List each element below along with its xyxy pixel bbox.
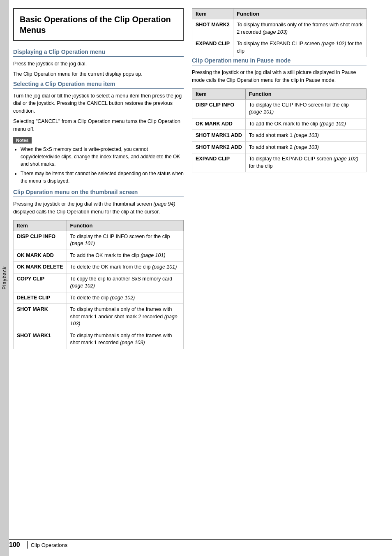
footer-page-number: 100 — [9, 541, 20, 549]
main-title-box: Basic Operations of the Clip Operation M… — [13, 8, 184, 41]
table-row: DELETE CLIPTo delete the clip (page 102) — [14, 292, 184, 304]
table-row: SHOT MARK1 ADDTo add shot mark 1 (page 1… — [192, 130, 367, 142]
cell-func: To display thumbnails only of the frames… — [67, 304, 184, 330]
section1-para1: Press the joystick or the jog dial. — [13, 60, 184, 68]
left-column: Basic Operations of the Clip Operation M… — [13, 8, 190, 548]
cell-func: To display the EXPAND CLIP screen (page … — [233, 38, 367, 57]
cell-item: DISP CLIP INFO — [14, 231, 67, 250]
right-top-col-item: Item — [192, 9, 233, 19]
thumbnail-table: Item Function DISP CLIP INFOTo display t… — [13, 220, 184, 349]
cell-func: To display the CLIP INFO screen for the … — [245, 99, 366, 118]
note-item-2: There may be items that cannot be select… — [21, 170, 184, 185]
cell-func: To delete the OK mark from the clip (pag… — [67, 262, 184, 273]
footer-divider — [27, 541, 28, 549]
table-row: SHOT MARKTo display thumbnails only of t… — [14, 304, 184, 330]
section-selecting: Selecting a Clip Operation menu item Tur… — [13, 81, 184, 185]
page: Playback Basic Operations of the Clip Op… — [0, 0, 392, 556]
cell-item: DELETE CLIP — [14, 292, 67, 304]
cell-func: To delete the clip (page 102) — [67, 292, 184, 304]
pause-col-func: Function — [245, 88, 366, 99]
cell-item: COPY CLIP — [14, 273, 67, 292]
section2-heading: Selecting a Clip Operation menu item — [13, 81, 184, 89]
table-row: DISP CLIP INFOTo display the CLIP INFO s… — [192, 99, 367, 118]
pause-heading: Clip Operation menu in Pause mode — [192, 57, 367, 65]
cell-item: EXPAND CLIP — [192, 153, 246, 172]
table-row: COPY CLIPTo copy the clip to another SxS… — [14, 273, 184, 292]
pause-para: Pressing the joystick or the jog dial wi… — [192, 69, 367, 84]
side-tab: Playback — [0, 0, 9, 556]
table-row: OK MARK ADDTo add the OK mark to the cli… — [14, 250, 184, 262]
section-displaying: Displaying a Clip Operation menu Press t… — [13, 49, 184, 78]
notes-label: Notes — [13, 137, 32, 144]
right-top-col-func: Function — [233, 9, 367, 19]
section-thumbnail: Clip Operation menu on the thumbnail scr… — [13, 189, 184, 349]
section2-para1: Turn the jog dial or tilt the joystick t… — [13, 92, 184, 115]
cell-item: OK MARK ADD — [14, 250, 67, 262]
table-row: DISP CLIP INFOTo display the CLIP INFO s… — [14, 231, 184, 250]
section1-heading: Displaying a Clip Operation menu — [13, 49, 184, 57]
section2-para2: Selecting "CANCEL" from a Clip Operation… — [13, 118, 184, 133]
table-row: EXPAND CLIPTo display the EXPAND CLIP sc… — [192, 38, 367, 57]
note-item-1: When the SxS memory card is write-protec… — [21, 146, 184, 168]
table-row: OK MARK DELETETo delete the OK mark from… — [14, 262, 184, 273]
cell-item: SHOT MARK — [14, 304, 67, 330]
notes-box: Notes When the SxS memory card is write-… — [13, 137, 184, 185]
right-column: Item Function SHOT MARK2To display thumb… — [190, 8, 367, 548]
cell-func: To add shot mark 1 (page 103) — [245, 130, 366, 142]
cell-func: To add shot mark 2 (page 103) — [245, 141, 366, 153]
table-row: EXPAND CLIPTo display the EXPAND CLIP sc… — [192, 153, 367, 172]
section1-para2: The Clip Operation menu for the current … — [13, 70, 184, 78]
cell-item: EXPAND CLIP — [192, 38, 233, 57]
cell-func: To add the OK mark to the clip (page 101… — [67, 250, 184, 262]
cell-func: To add the OK mark to the clip ((page 10… — [245, 118, 366, 130]
footer-section: Clip Operations — [31, 542, 68, 548]
notes-list: When the SxS memory card is write-protec… — [13, 146, 184, 185]
cell-item: SHOT MARK1 — [14, 330, 67, 349]
cell-item: OK MARK ADD — [192, 118, 246, 130]
thumbnail-table-col-func: Function — [67, 220, 184, 231]
table-row: SHOT MARK2 ADDTo add shot mark 2 (page 1… — [192, 141, 367, 153]
table-row: SHOT MARK2To display thumbnails only of … — [192, 19, 367, 38]
cell-item: SHOT MARK1 ADD — [192, 130, 246, 142]
cell-func: To display thumbnails only of the frames… — [233, 19, 367, 38]
pause-col-item: Item — [192, 88, 246, 99]
cell-func: To copy the clip to another SxS memory c… — [67, 273, 184, 292]
cell-func: To display the EXPAND CLIP screen (page … — [245, 153, 366, 172]
cell-item: DISP CLIP INFO — [192, 99, 246, 118]
table-row: OK MARK ADDTo add the OK mark to the cli… — [192, 118, 367, 130]
cell-item: SHOT MARK2 ADD — [192, 141, 246, 153]
table-row: SHOT MARK1To display thumbnails only of … — [14, 330, 184, 349]
page-footer: 100 Clip Operations — [9, 539, 392, 549]
cell-item: OK MARK DELETE — [14, 262, 67, 273]
section3-heading: Clip Operation menu on the thumbnail scr… — [13, 189, 184, 197]
thumbnail-table-col-item: Item — [14, 220, 67, 231]
right-top-table: Item Function SHOT MARK2To display thumb… — [192, 8, 367, 57]
cell-func: To display thumbnails only of the frames… — [67, 330, 184, 349]
page-title: Basic Operations of the Clip Operation M… — [20, 14, 177, 35]
section3-para: Pressing the joystick or the jog dial wi… — [13, 200, 184, 216]
side-tab-label: Playback — [2, 266, 7, 290]
cell-item: SHOT MARK2 — [192, 19, 233, 38]
section-pause: Clip Operation menu in Pause mode Pressi… — [192, 57, 367, 172]
cell-func: To display the CLIP INFO screen for the … — [67, 231, 184, 250]
pause-table: Item Function DISP CLIP INFOTo display t… — [192, 88, 367, 173]
